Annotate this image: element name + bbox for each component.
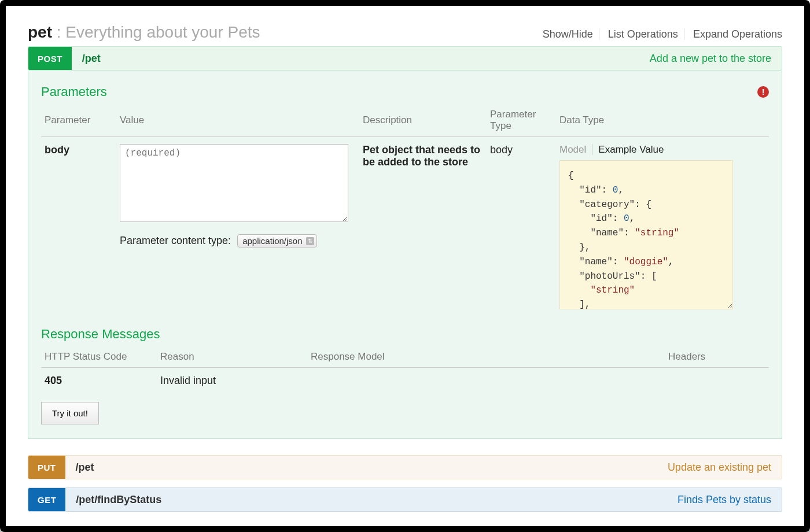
responses-table: HTTP Status Code Reason Response Model H… [41, 346, 769, 394]
responses-heading: Response Messages [41, 327, 160, 342]
param-type: body [487, 137, 556, 317]
example-value-json[interactable]: { "id": 0, "category": { "id": 0, "name"… [559, 160, 733, 309]
link-expand-operations[interactable]: Expand Operations [687, 28, 782, 40]
http-method-badge: PUT [28, 456, 65, 479]
col-status-code: HTTP Status Code [41, 346, 157, 368]
alert-icon[interactable]: ! [757, 86, 769, 98]
link-list-operations[interactable]: List Operations [602, 28, 684, 40]
section-description: Everything about your Pets [65, 23, 260, 41]
tab-model[interactable]: Model [559, 144, 592, 155]
operation-summary[interactable]: Finds Pets by status [678, 494, 782, 506]
operation-summary[interactable]: Add a new pet to the store [650, 53, 782, 65]
parameters-table: Parameter Value Description Parameter Ty… [41, 104, 769, 316]
status-reason: Invalid input [157, 368, 307, 394]
datatype-tabs: ModelExample Value [559, 144, 765, 156]
section-name[interactable]: pet [28, 23, 52, 41]
col-response-model: Response Model [307, 346, 665, 368]
operation-put-pet[interactable]: PUT /pet Update an existing pet [28, 455, 782, 479]
endpoint-path[interactable]: /pet/findByStatus [65, 494, 161, 506]
http-method-badge: POST [28, 47, 72, 70]
body-input[interactable] [120, 144, 348, 222]
status-code: 405 [41, 368, 157, 394]
try-it-out-button[interactable]: Try it out! [41, 402, 99, 424]
col-headers: Headers [665, 346, 769, 368]
section-links: Show/Hide List Operations Expand Operati… [537, 28, 782, 40]
col-description: Description [359, 104, 487, 137]
link-show-hide[interactable]: Show/Hide [537, 28, 599, 40]
parameter-row-body: body Parameter content type: application… [41, 137, 769, 317]
content-type-label: Parameter content type: [120, 235, 231, 246]
chevron-updown-icon: ⇅ [306, 237, 314, 245]
col-parameter: Parameter [41, 104, 116, 137]
operation-get-findbystatus[interactable]: GET /pet/findByStatus Finds Pets by stat… [28, 487, 782, 512]
parameters-heading-row: Parameters ! [41, 84, 769, 99]
parameters-heading: Parameters [41, 84, 107, 99]
endpoint-path[interactable]: /pet [72, 53, 101, 65]
tab-example-value[interactable]: Example Value [592, 144, 669, 155]
endpoint-path[interactable]: /pet [65, 461, 94, 474]
response-row-405: 405 Invalid input [41, 368, 769, 394]
col-reason: Reason [157, 346, 307, 368]
param-name: body [41, 137, 116, 317]
operation-post-pet[interactable]: POST /pet Add a new pet to the store [28, 46, 782, 71]
section-title: pet : Everything about your Pets [28, 23, 260, 42]
col-value: Value [116, 104, 359, 137]
content-type-select[interactable]: application/json ⇅ [237, 234, 316, 247]
operation-post-pet-body: Parameters ! Parameter Value Description… [28, 71, 782, 439]
col-parameter-type: Parameter Type [487, 104, 556, 137]
col-data-type: Data Type [556, 104, 769, 137]
param-description: Pet object that needs to be added to the… [359, 137, 487, 317]
http-method-badge: GET [28, 488, 65, 511]
operation-summary[interactable]: Update an existing pet [668, 461, 782, 474]
